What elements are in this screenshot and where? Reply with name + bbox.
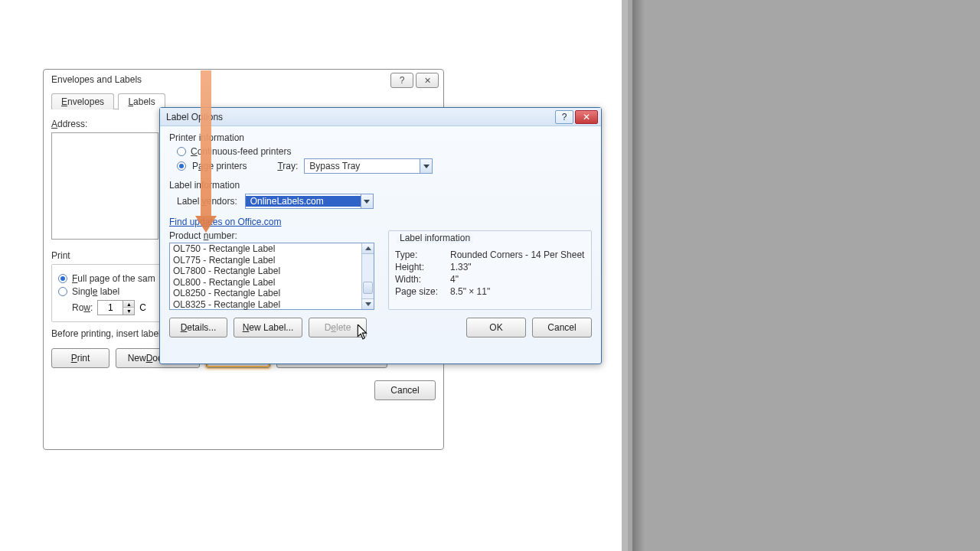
radio-page-printers-label: Page printers (192, 161, 247, 171)
column-label-cut: C (139, 302, 146, 313)
vendors-value: OnlineLabels.com (246, 196, 361, 207)
chevron-down-icon[interactable] (420, 159, 432, 173)
close-button[interactable]: ✕ (575, 110, 598, 124)
page-size-value: 8.5" × 11" (450, 286, 490, 297)
label-info-panel-heading: Label information (397, 233, 473, 243)
print-button[interactable]: Print (51, 348, 109, 368)
list-item[interactable]: OL800 - Rectangle Label (170, 277, 374, 289)
type-key: Type: (395, 249, 444, 260)
label-info-heading: Label information (169, 180, 592, 191)
cancel-button[interactable]: Cancel (374, 380, 436, 400)
list-item[interactable]: OL7800 - Rectangle Label (170, 266, 374, 277)
help-icon: ? (400, 75, 405, 86)
scroll-down-icon[interactable] (362, 298, 374, 309)
close-icon: ✕ (583, 112, 590, 122)
cancel-button[interactable]: Cancel (532, 318, 592, 337)
tab-envelopes[interactable]: Envelopes (51, 93, 114, 109)
radio-continuous-label: Continuous-feed printers (191, 146, 291, 157)
vendors-label: Label vendors: (177, 196, 237, 207)
dialog-title: Envelopes and Labels (44, 70, 443, 90)
scroll-up-icon[interactable] (362, 243, 374, 254)
help-icon: ? (562, 112, 567, 122)
new-label-button[interactable]: New Label... (234, 318, 302, 337)
tab-labels[interactable]: Labels (118, 93, 165, 110)
radio-continuous[interactable] (177, 147, 186, 156)
radio-page-printers[interactable] (177, 161, 186, 171)
scroll-track[interactable] (362, 254, 374, 298)
width-key: Width: (395, 274, 444, 285)
scrollbar[interactable] (361, 243, 374, 309)
tray-value: Bypass Tray (305, 161, 420, 171)
width-value: 4" (450, 274, 459, 285)
radio-full-page[interactable] (58, 274, 67, 283)
tray-combobox[interactable]: Bypass Tray (304, 158, 433, 174)
product-listbox[interactable]: OL750 - Rectangle Label OL775 - Rectangl… (169, 243, 374, 310)
row-spinner[interactable]: ▲ ▼ (97, 300, 135, 315)
row-label: Row: (72, 302, 93, 313)
ok-button[interactable]: OK (466, 318, 526, 337)
list-item[interactable]: OL750 - Rectangle Label (170, 243, 374, 255)
vendors-combobox[interactable]: OnlineLabels.com (245, 194, 374, 209)
radio-full-page-label: Full page of the sam (72, 273, 155, 284)
scroll-thumb[interactable] (363, 282, 373, 294)
printer-info-heading: Printer information (169, 132, 592, 143)
app-background-shadow (632, 0, 645, 551)
tray-label: Tray: (277, 161, 298, 171)
close-button[interactable]: ✕ (416, 73, 439, 88)
office-updates-link[interactable]: Find updates on Office.com (169, 217, 282, 227)
label-options-dialog: Label Options ? ✕ Printer information Co… (159, 107, 602, 364)
close-icon: ✕ (424, 76, 431, 86)
page-size-key: Page size: (395, 286, 444, 297)
spinner-up-icon[interactable]: ▲ (123, 301, 134, 308)
help-button[interactable]: ? (555, 110, 573, 124)
chevron-down-icon[interactable] (361, 194, 373, 208)
address-textarea[interactable] (51, 132, 158, 240)
delete-button[interactable]: Delete (309, 318, 367, 337)
height-value: 1.33" (450, 262, 472, 272)
product-number-label: Product number: (169, 230, 374, 241)
details-button[interactable]: Details... (169, 318, 227, 337)
height-key: Height: (395, 262, 444, 272)
app-background-right (628, 0, 980, 551)
app-background-edge (622, 0, 628, 551)
spinner-down-icon[interactable]: ▼ (123, 308, 134, 315)
list-item[interactable]: OL775 - Rectangle Label (170, 255, 374, 266)
dialog-title: Label Options (160, 108, 601, 126)
radio-single-label-text: Single label (72, 286, 119, 297)
help-button[interactable]: ? (390, 73, 413, 88)
list-item[interactable]: OL8250 - Rectangle Label (170, 288, 374, 299)
list-item[interactable]: OL8325 - Rectangle Label (170, 299, 374, 311)
type-value: Rounded Corners - 14 Per Sheet (450, 249, 584, 260)
radio-single-label[interactable] (58, 287, 67, 296)
row-input[interactable] (98, 301, 122, 315)
label-info-panel: Label information Type:Rounded Corners -… (388, 230, 592, 310)
